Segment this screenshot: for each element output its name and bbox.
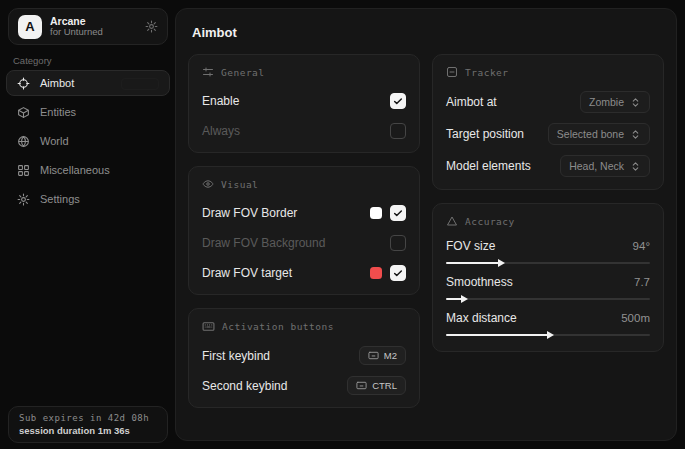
selected-item-ghost <box>121 78 159 90</box>
gear-icon[interactable] <box>145 20 158 33</box>
sidebar-item-aimbot[interactable]: Aimbot <box>6 70 170 96</box>
tracker-card: Tracker Aimbot at Zombie Target position… <box>432 54 664 190</box>
gear-icon <box>17 193 30 206</box>
setting-label: Max distance <box>446 311 517 325</box>
app-header: A Arcane for Unturned <box>8 8 168 45</box>
sidebar: A Arcane for Unturned Category Aimbot <box>0 0 175 449</box>
setting-row: Target position Selected bone <box>446 122 650 146</box>
sidebar-item-label: Aimbot <box>40 77 74 89</box>
card-title: Visual <box>221 179 258 190</box>
square-minus-icon <box>446 66 458 78</box>
keybind-value: CTRL <box>372 380 397 391</box>
setting-label: Draw FOV Background <box>202 236 325 250</box>
card-title: Activation buttons <box>222 321 334 332</box>
setting-row: Enable <box>202 90 406 111</box>
setting-label: Aimbot at <box>446 95 497 109</box>
model-elements-dropdown[interactable]: Head, Neck <box>560 155 650 177</box>
page-title: Aimbot <box>192 25 664 40</box>
category-label: Category <box>13 55 52 66</box>
slider-thumb[interactable] <box>498 259 505 267</box>
fov-background-checkbox[interactable] <box>390 235 406 251</box>
dropdown-value: Selected bone <box>557 128 624 140</box>
always-checkbox[interactable] <box>390 123 406 139</box>
smoothness-slider[interactable] <box>446 298 650 300</box>
eye-icon <box>202 178 214 190</box>
slider-row: Smoothness 7.7 <box>446 275 650 300</box>
setting-label: Draw FOV target <box>202 266 292 280</box>
main-panel: Aimbot General Enable <box>175 8 677 441</box>
fov-target-color-swatch[interactable] <box>370 267 382 279</box>
setting-label: Model elements <box>446 159 531 173</box>
chevrons-up-down-icon <box>630 129 641 140</box>
slider-row: Max distance 500m <box>446 311 650 336</box>
general-card: General Enable Always <box>188 54 420 153</box>
app-subtitle: for Unturned <box>50 27 137 38</box>
app-logo: A <box>18 15 42 39</box>
target-position-dropdown[interactable]: Selected bone <box>548 123 650 145</box>
grid-icon <box>17 164 30 177</box>
dropdown-value: Zombie <box>589 96 624 108</box>
keyboard-icon <box>356 380 367 391</box>
chevrons-up-down-icon <box>630 161 641 172</box>
setting-label: Always <box>202 124 240 138</box>
globe-icon <box>17 135 30 148</box>
second-keybind-button[interactable]: CTRL <box>347 376 406 395</box>
card-title: Tracker <box>465 67 509 78</box>
sidebar-nav: Aimbot Entities World <box>6 70 170 212</box>
slider-value: 7.7 <box>634 276 650 288</box>
setting-row: Draw FOV Background <box>202 232 406 253</box>
setting-label: FOV size <box>446 239 495 253</box>
fov-size-slider[interactable] <box>446 262 650 264</box>
sidebar-item-label: Entities <box>40 106 76 118</box>
keyboard-icon <box>368 350 379 361</box>
slider-row: FOV size 94° <box>446 239 650 264</box>
slider-value: 94° <box>633 240 650 252</box>
cube-icon <box>17 106 30 119</box>
chevrons-up-down-icon <box>630 97 641 108</box>
setting-label: Second keybind <box>202 379 287 393</box>
max-distance-slider[interactable] <box>446 334 650 336</box>
sidebar-item-world[interactable]: World <box>6 128 170 154</box>
slider-value: 500m <box>621 312 650 324</box>
fov-target-checkbox[interactable] <box>390 265 406 281</box>
slider-thumb[interactable] <box>547 331 554 339</box>
sliders-icon <box>202 66 214 78</box>
subscription-info: Sub expires in 42d 08h session duration … <box>8 406 168 443</box>
setting-row: Aimbot at Zombie <box>446 90 650 114</box>
sidebar-item-label: World <box>40 135 69 147</box>
setting-label: Enable <box>202 94 239 108</box>
keyboard-icon <box>202 320 215 333</box>
setting-label: First keybind <box>202 349 270 363</box>
setting-row: Draw FOV Border <box>202 202 406 223</box>
enable-checkbox[interactable] <box>390 93 406 109</box>
setting-label: Draw FOV Border <box>202 206 297 220</box>
sidebar-item-miscellaneous[interactable]: Miscellaneous <box>6 157 170 183</box>
sidebar-item-settings[interactable]: Settings <box>6 186 170 212</box>
dropdown-value: Head, Neck <box>569 160 624 172</box>
sidebar-item-label: Miscellaneous <box>40 164 110 176</box>
sidebar-item-label: Settings <box>40 193 80 205</box>
setting-row: Draw FOV target <box>202 262 406 283</box>
slider-thumb[interactable] <box>461 295 468 303</box>
fov-border-color-swatch[interactable] <box>370 207 382 219</box>
setting-label: Smoothness <box>446 275 513 289</box>
setting-label: Target position <box>446 127 524 141</box>
setting-row: First keybind M2 <box>202 345 406 366</box>
visual-card: Visual Draw FOV Border Draw FOV Backgrou… <box>188 166 420 295</box>
crosshair-icon <box>17 77 30 90</box>
first-keybind-button[interactable]: M2 <box>359 346 406 365</box>
keybind-value: M2 <box>384 350 397 361</box>
triangle-icon <box>446 215 458 227</box>
aimbot-at-dropdown[interactable]: Zombie <box>580 91 650 113</box>
card-title: General <box>221 67 265 78</box>
accuracy-card: Accuracy FOV size 94° Smoothness 7.7 <box>432 203 664 352</box>
activation-card: Activation buttons First keybind M2 S <box>188 308 420 408</box>
setting-row: Model elements Head, Neck <box>446 154 650 178</box>
sidebar-item-entities[interactable]: Entities <box>6 99 170 125</box>
fov-border-checkbox[interactable] <box>390 205 406 221</box>
session-duration-text: session duration 1m 36s <box>19 425 157 436</box>
setting-row: Always <box>202 120 406 141</box>
setting-row: Second keybind CTRL <box>202 375 406 396</box>
sub-expiry-text: Sub expires in 42d 08h <box>19 413 157 423</box>
card-title: Accuracy <box>465 216 515 227</box>
